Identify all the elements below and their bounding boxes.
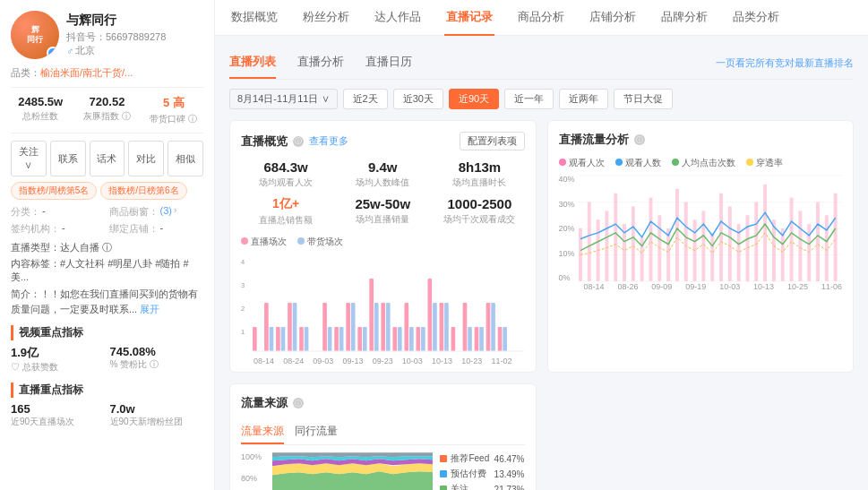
date-range-picker[interactable]: 8月14日-11月11日 ∨ [229, 89, 338, 109]
script-button[interactable]: 话术 [90, 141, 125, 176]
follow-button[interactable]: 关注 ∨ [11, 141, 47, 176]
date-btn-30days[interactable]: 近30天 [393, 89, 443, 109]
svg-rect-4 [253, 327, 257, 351]
nav-brand[interactable]: 品牌分析 [659, 0, 709, 36]
legend-paid: 预估付费 13.49% [440, 468, 524, 480]
svg-rect-26 [381, 303, 385, 351]
svg-rect-29 [398, 327, 402, 351]
overview-info-icon[interactable]: ⓘ [293, 136, 304, 147]
tab-live-analysis[interactable]: 直播分析 [297, 47, 344, 79]
date-btn-2years[interactable]: 近两年 [559, 89, 608, 109]
svg-rect-13 [305, 327, 309, 351]
svg-marker-88 [272, 471, 433, 490]
flow-analysis-info-icon[interactable]: ⓘ [634, 134, 645, 145]
svg-text:3: 3 [241, 281, 245, 289]
svg-rect-34 [428, 279, 433, 351]
stat-fans-val: 2485.5w [11, 95, 70, 108]
tag-weekly: 指数榜/周榜第5名 [11, 182, 97, 200]
flow-source-info-icon[interactable]: ⓘ [293, 398, 304, 408]
video-section-title: 视频重点指标 [11, 325, 203, 340]
svg-rect-67 [675, 189, 678, 281]
profile-top: 辉同行 ✓ 与辉同行 抖音号：56697889278 ♂ 北京 [11, 11, 203, 59]
svg-rect-78 [771, 219, 775, 281]
video-metrics: 1.9亿 ♡ 总获赞数 745.08% % 赞粉比 ⓘ [11, 345, 203, 374]
meta-grid: 分类： - 商品橱窗： (3) › 签约机构： - 绑定店铺： - [11, 205, 203, 236]
date-btn-holiday[interactable]: 节日大促 [614, 89, 673, 109]
flow-legend: 推荐Feed 46.47% 预估付费 13.49% 关注 21.73% 短视 [440, 452, 524, 490]
profile-tiktok: 抖音号：56697889278 [66, 30, 203, 44]
nav-works[interactable]: 达人作品 [373, 0, 423, 36]
svg-rect-64 [649, 198, 652, 281]
svg-rect-30 [404, 303, 408, 351]
main: 数据概览 粉丝分析 达人作品 直播记录 商品分析 店铺分析 品牌分析 品类分析 … [215, 0, 868, 490]
svg-rect-80 [789, 198, 793, 281]
similar-button[interactable]: 相似 [168, 141, 203, 176]
tab-live-list[interactable]: 直播列表 [229, 47, 276, 79]
bar-legend: 直播场次 带货场次 [241, 236, 525, 248]
svg-rect-36 [440, 303, 444, 351]
config-btn[interactable]: 配置列表项 [460, 132, 525, 150]
svg-rect-81 [798, 211, 802, 281]
nav-fans[interactable]: 粉丝分析 [301, 0, 351, 36]
legend-viewers: 观看人数 [615, 157, 661, 169]
svg-rect-47 [503, 327, 507, 351]
flow-source-title: 流量来源 [241, 395, 288, 411]
svg-rect-24 [369, 279, 374, 351]
nav-goods[interactable]: 商品分析 [516, 0, 566, 36]
svg-rect-20 [346, 303, 350, 351]
flow-analysis-svg [579, 175, 842, 282]
flow-tab-peers[interactable]: 同行流量 [295, 420, 338, 444]
date-btn-2days[interactable]: 近2天 [343, 89, 388, 109]
live-new-fans: 7.0w 近90天新增粉丝团 [110, 402, 204, 428]
date-filters: 8月14日-11月11日 ∨ 近2天 近30天 近90天 近一年 近两年 节日大… [229, 89, 854, 109]
stats-row: 2485.5w 总粉丝数 720.52 灰豚指数 ⓘ 5 高 带货口碑 ⓘ [11, 87, 203, 133]
svg-text:1: 1 [241, 328, 245, 336]
svg-rect-57 [587, 202, 590, 281]
ov-stat-0: 684.3w 场均观看人次 [241, 159, 331, 189]
compare-button[interactable]: 对比 [128, 141, 164, 176]
svg-rect-32 [416, 327, 420, 351]
nav-overview[interactable]: 数据概览 [229, 0, 279, 36]
svg-rect-76 [754, 202, 758, 281]
svg-rect-27 [386, 303, 391, 351]
meta-shop: 绑定店铺： - [109, 222, 204, 236]
flow-source-panel: 流量来源 ⓘ 流量来源 同行流量 100% 80% 60% 40% 20% 0% [229, 383, 537, 490]
svg-rect-25 [374, 303, 379, 351]
ov-stat-4: 25w-50w 场均直播销量 [338, 196, 427, 227]
nav-live-record[interactable]: 直播记录 [444, 0, 494, 36]
contact-button[interactable]: 联系 [50, 141, 86, 176]
svg-rect-66 [666, 228, 670, 281]
see-all-link[interactable]: 一页看完所有竞对最新直播排名 [716, 56, 854, 70]
showcase-chevron: › [174, 205, 176, 219]
intro-expand[interactable]: 展开 [140, 304, 159, 314]
nav-shop[interactable]: 店铺分析 [588, 0, 638, 36]
legend-live: 直播场次 [241, 236, 287, 248]
legend-rate: 穿透率 [746, 157, 783, 169]
profile-name: 与辉同行 [66, 13, 203, 29]
date-btn-1year[interactable]: 近一年 [504, 89, 554, 109]
overview-panel: 直播概览 ⓘ 查看更多 配置列表项 684.3w 场均观看人次 9.4w 场均人… [229, 120, 537, 373]
stat-fans-label: 总粉丝数 [11, 110, 70, 123]
nav-category[interactable]: 品类分析 [731, 0, 781, 36]
legend-views: 观看人次 [559, 157, 605, 169]
bar-x-labels: 08-14 08-24 09-03 09-13 09-23 10-03 10-1… [241, 357, 525, 365]
svg-rect-33 [421, 327, 425, 351]
svg-rect-60 [614, 193, 617, 281]
svg-rect-8 [276, 327, 280, 351]
flow-y-labels: 100% 80% 60% 40% 20% 0% [241, 452, 265, 490]
profile-location: ♂ 北京 [66, 44, 203, 57]
legend-feed: 推荐Feed 46.47% [440, 452, 524, 465]
svg-rect-45 [491, 303, 495, 351]
live-sessions: 165 近90天直播场次 [11, 402, 105, 428]
stat-fans: 2485.5w 总粉丝数 [11, 95, 70, 125]
flow-analysis-y-labels: 40% 30% 20% 10% 0% [559, 175, 579, 282]
tab-live-calendar[interactable]: 直播日历 [365, 47, 412, 79]
date-btn-90days[interactable]: 近90天 [449, 89, 499, 109]
flow-tab-source[interactable]: 流量来源 [241, 420, 284, 444]
meta-category: 分类： - [11, 205, 106, 219]
stat-score: 5 高 带货口碑 ⓘ [144, 95, 203, 125]
ov-stat-1: 9.4w 场均人数峰值 [338, 159, 427, 189]
svg-rect-11 [293, 303, 297, 351]
overview-see-more[interactable]: 查看更多 [309, 134, 348, 148]
legend-clicks: 人均点击次数 [672, 157, 735, 169]
